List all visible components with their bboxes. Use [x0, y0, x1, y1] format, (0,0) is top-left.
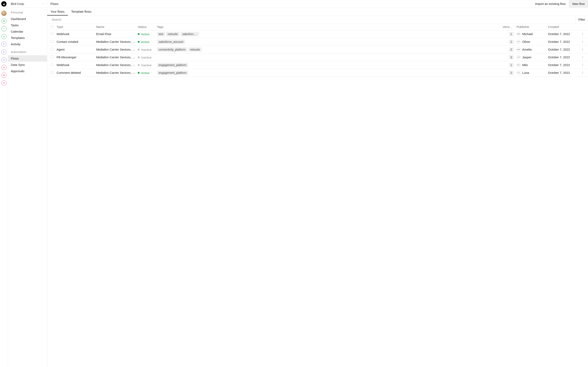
svg-point-15 [582, 72, 583, 72]
svg-point-10 [582, 57, 583, 58]
publisher-avatar: OY [517, 40, 521, 44]
row-name: Mediafon Carrier Sevices, U... [96, 55, 138, 59]
new-flow-button[interactable]: New flow [569, 0, 588, 8]
col-publisher[interactable]: Publisher [517, 25, 548, 29]
workspace-badge[interactable]: W [1, 73, 7, 78]
current-user-avatar[interactable] [1, 11, 7, 16]
sidebar-item-approvals[interactable]: Approvals [8, 68, 47, 74]
table-row[interactable]: WebhookMediafon Carrier Sevices, U...Ina… [47, 61, 588, 69]
svg-point-12 [582, 64, 583, 64]
tab-template-flows[interactable]: Template flows [68, 8, 95, 15]
svg-point-7 [582, 49, 583, 50]
publisher-avatar: MY [517, 63, 521, 67]
status-dot-icon [138, 41, 139, 43]
svg-point-6 [582, 48, 583, 49]
sidebar: Bird Corp. PersonalDashboardTasksCalenda… [8, 0, 47, 367]
status-dot-icon [138, 57, 139, 58]
workspace-badge[interactable]: E [1, 49, 7, 55]
workspace-badge[interactable]: H [1, 57, 7, 62]
publisher-name: Oliver [522, 40, 530, 43]
row-checkbox[interactable] [51, 48, 53, 50]
sidebar-item-tasks[interactable]: Tasks [8, 22, 47, 28]
row-name: Mediafon Carrier Sevices, U... [96, 71, 138, 75]
workspace-badge[interactable]: I [1, 26, 7, 31]
row-actions-menu[interactable] [581, 71, 584, 74]
col-name[interactable]: Name [96, 25, 138, 29]
status-text: Inactive [141, 63, 152, 67]
version-badge: 2 [509, 71, 514, 75]
flows-table: Type Name Status Tags Versions Publisher… [47, 24, 588, 77]
workspace-badge[interactable]: D [1, 80, 7, 86]
svg-point-13 [582, 65, 583, 65]
table-row[interactable]: Comment deletedMediafon Carrier Sevices,… [47, 69, 588, 77]
row-type: Webhook [57, 63, 96, 67]
col-versions[interactable]: Versions [503, 25, 517, 29]
org-name: Bird Corp. [11, 2, 25, 6]
publisher-avatar: AW [517, 48, 521, 52]
svg-point-1 [582, 34, 583, 34]
status-dot-icon [138, 49, 139, 50]
row-actions-menu[interactable] [581, 64, 584, 67]
row-checkbox[interactable] [51, 71, 53, 74]
sidebar-item-templates[interactable]: Templates [8, 35, 47, 41]
publisher-avatar: MR [517, 32, 521, 36]
table-row[interactable]: AgentMediafon Carrier Sevices, U...Inact… [47, 46, 588, 53]
row-checkbox[interactable] [51, 40, 53, 43]
version-badge: 1 [509, 32, 514, 36]
tag: salesforce_account [181, 32, 199, 36]
app-logo[interactable] [1, 1, 7, 7]
row-type: Agent [57, 48, 96, 51]
row-actions-menu[interactable] [581, 40, 584, 43]
table-row[interactable]: Contact createdMediafon Carrier Sevices,… [47, 38, 588, 46]
row-name: Mediafon Carrier Sevices, U... [96, 63, 138, 67]
status-badge: Inactive [138, 48, 152, 51]
row-tags: engagement_platform [157, 63, 503, 67]
svg-point-9 [582, 56, 583, 57]
sidebar-item-activity[interactable]: Activity [8, 41, 47, 47]
svg-point-8 [582, 50, 583, 50]
workspace-badge[interactable]: S [1, 34, 7, 39]
table-header: Type Name Status Tags Versions Publisher… [47, 24, 588, 30]
workspace-badge[interactable]: M [1, 18, 7, 24]
select-all-checkbox[interactable] [51, 25, 53, 28]
status-text: Active [141, 71, 149, 75]
org-switcher[interactable]: Bird Corp. [8, 0, 47, 8]
col-tags[interactable]: Tags [157, 25, 503, 29]
row-created: October 7, 2022 [548, 48, 581, 51]
filter-button[interactable]: Filter [575, 16, 588, 24]
sidebar-item-dashboard[interactable]: Dashboard [8, 16, 47, 22]
import-flow-button[interactable]: Import an existing flow [532, 0, 569, 8]
row-actions-menu[interactable] [581, 56, 584, 59]
status-dot-icon [138, 64, 139, 66]
sidebar-item-data-sync[interactable]: Data Sync [8, 62, 47, 68]
col-type[interactable]: Type [57, 25, 96, 29]
col-status[interactable]: Status [138, 25, 157, 29]
table-row[interactable]: WebhookEmail FlowActivetestnetsuitesales… [47, 30, 588, 38]
row-checkbox[interactable] [51, 55, 53, 58]
search-input[interactable] [47, 16, 575, 24]
tab-your-flows[interactable]: Your flows [47, 8, 68, 16]
status-badge: Active [138, 33, 149, 36]
version-badge: 1 [509, 40, 514, 44]
row-actions-menu[interactable] [581, 33, 584, 35]
sidebar-item-calendar[interactable]: Calendar [8, 28, 47, 35]
svg-point-11 [582, 58, 583, 58]
row-created: October 7, 2022 [548, 40, 581, 43]
table-row[interactable]: FB MessengerMediafon Carrier Sevices, U.… [47, 53, 588, 61]
publisher-name: Amelia [522, 48, 532, 51]
status-badge: Inactive [138, 63, 152, 67]
workspace-badge[interactable]: A [1, 65, 7, 70]
main-content: Flows Import an existing flow New flow Y… [47, 0, 588, 367]
sidebar-item-flows[interactable]: Flows [8, 55, 47, 62]
status-text: Inactive [141, 56, 152, 59]
col-created[interactable]: Created [548, 25, 581, 29]
row-checkbox[interactable] [51, 32, 53, 35]
tag: salesforce_account [157, 40, 185, 44]
workspace-badge[interactable]: P [1, 42, 7, 47]
svg-point-16 [582, 73, 583, 73]
row-actions-menu[interactable] [581, 48, 584, 51]
status-text: Active [141, 33, 149, 36]
row-checkbox[interactable] [51, 63, 53, 66]
kebab-icon [581, 71, 584, 74]
sidebar-section-label: Automation [8, 47, 47, 55]
